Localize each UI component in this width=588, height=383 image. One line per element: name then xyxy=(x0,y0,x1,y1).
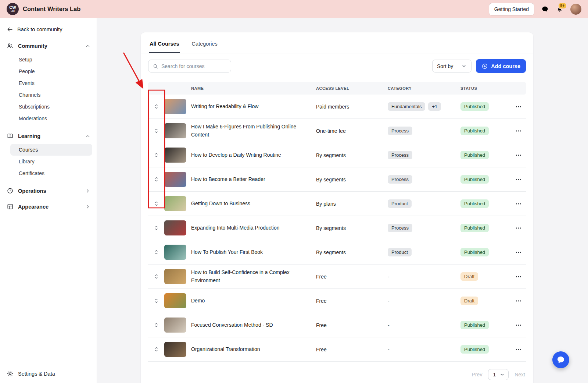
status-badge: Published xyxy=(460,224,489,232)
search-input-wrapper[interactable] xyxy=(148,60,231,72)
table-row[interactable]: How To Publish Your First BookBy segment… xyxy=(148,240,526,265)
category-empty: - xyxy=(388,347,390,352)
table-row[interactable]: How to Build Self-Confidence in a Comple… xyxy=(148,265,526,289)
category-cell: Fundamentals+1 xyxy=(388,102,460,111)
chevron-up-icon xyxy=(85,133,91,139)
column-header-category: CATEGORY xyxy=(388,86,460,91)
sidebar-item-courses[interactable]: Courses xyxy=(10,144,92,156)
row-menu-button[interactable] xyxy=(515,103,522,110)
course-name[interactable]: Focused Conversation Method - SD xyxy=(191,321,316,329)
table-row[interactable]: Writing for Readability & FlowPaid membe… xyxy=(148,95,526,119)
appearance-icon xyxy=(7,203,14,210)
drag-handle-icon[interactable] xyxy=(153,152,159,158)
sidebar-section-label: Operations xyxy=(18,188,46,194)
row-menu-button[interactable] xyxy=(515,200,522,208)
course-name[interactable]: Demo xyxy=(191,297,316,305)
course-name[interactable]: How to Build Self-Confidence in a Comple… xyxy=(191,269,316,284)
category-badge: Product xyxy=(388,199,412,208)
row-menu-button[interactable] xyxy=(515,273,522,280)
table-row[interactable]: Getting Down to BusinessBy plansProductP… xyxy=(148,192,526,216)
table-row[interactable]: DemoFree-Draft xyxy=(148,289,526,313)
chat-widget-button[interactable] xyxy=(552,351,569,368)
sidebar-section-appearance[interactable]: Appearance xyxy=(0,199,97,214)
row-menu-button[interactable] xyxy=(515,152,522,159)
drag-handle-icon[interactable] xyxy=(153,322,159,328)
drag-handle-icon[interactable] xyxy=(153,176,159,182)
course-name[interactable]: How I Make 6-Figures From Publishing Onl… xyxy=(191,123,316,139)
row-menu-button[interactable] xyxy=(515,346,522,353)
tab-categories[interactable]: Categories xyxy=(191,41,218,53)
course-name[interactable]: Organizational Transformation xyxy=(191,345,316,354)
tab-all-courses[interactable]: All Courses xyxy=(149,41,180,53)
course-name[interactable]: How to Become a Better Reader xyxy=(191,175,316,184)
chevron-right-icon xyxy=(85,188,91,194)
course-thumbnail xyxy=(164,318,186,333)
course-name[interactable]: Expanding Into Multi-Media Production xyxy=(191,224,316,232)
row-menu-button[interactable] xyxy=(515,224,522,232)
column-header-status: STATUS xyxy=(460,86,526,91)
table-row[interactable]: Expanding Into Multi-Media ProductionBy … xyxy=(148,216,526,240)
drag-handle-icon[interactable] xyxy=(153,249,159,255)
category-cell: - xyxy=(388,347,460,352)
row-menu-button[interactable] xyxy=(515,176,522,183)
back-to-community-link[interactable]: Back to community xyxy=(0,18,97,39)
table-row[interactable]: How to Become a Better ReaderBy segments… xyxy=(148,167,526,192)
drag-handle-icon[interactable] xyxy=(153,201,159,207)
course-name[interactable]: How To Publish Your First Book xyxy=(191,248,316,256)
course-thumbnail xyxy=(164,293,186,308)
drag-handle-icon[interactable] xyxy=(153,298,159,304)
row-menu-button[interactable] xyxy=(515,127,522,135)
table-row[interactable]: Focused Conversation Method - SDFree-Pub… xyxy=(148,313,526,337)
sidebar-item-certificates[interactable]: Certificates xyxy=(10,167,92,179)
sidebar-item-setup[interactable]: Setup xyxy=(10,54,92,65)
table-row[interactable]: Organizational TransformationFree-Publis… xyxy=(148,337,526,362)
courses-card: All CoursesCategories Sort by Add course xyxy=(141,32,533,383)
sidebar-section-operations[interactable]: Operations xyxy=(0,184,97,198)
sidebar-item-channels[interactable]: Channels xyxy=(10,89,92,101)
course-thumbnail xyxy=(164,196,186,211)
course-thumbnail xyxy=(164,148,186,163)
settings-and-data-link[interactable]: Settings & Data xyxy=(0,364,97,383)
sidebar-item-events[interactable]: Events xyxy=(10,77,92,89)
sidebar-section-label: Community xyxy=(18,43,47,49)
notifications-bell-icon[interactable]: 9+ xyxy=(556,5,564,13)
messages-icon[interactable] xyxy=(541,5,549,13)
sidebar-section-learning[interactable]: Learning xyxy=(0,129,97,143)
sidebar-item-library[interactable]: Library xyxy=(10,156,92,167)
table-row[interactable]: How to Develop a Daily Writing RoutineBy… xyxy=(148,143,526,167)
column-header-name: NAME xyxy=(191,86,316,91)
search-input[interactable] xyxy=(161,63,228,69)
row-menu-button[interactable] xyxy=(515,297,522,305)
sidebar-section-community[interactable]: Community xyxy=(0,39,97,53)
category-badge: Process xyxy=(388,224,412,232)
course-name[interactable]: Writing for Readability & Flow xyxy=(191,103,316,111)
table-row[interactable]: How I Make 6-Figures From Publishing Onl… xyxy=(148,119,526,143)
category-badge: Process xyxy=(388,151,412,159)
course-name[interactable]: How to Develop a Daily Writing Routine xyxy=(191,151,316,159)
sort-by-dropdown[interactable]: Sort by xyxy=(432,60,472,72)
drag-handle-icon[interactable] xyxy=(153,273,159,280)
drag-handle-icon[interactable] xyxy=(153,346,159,352)
category-empty: - xyxy=(388,274,390,280)
prev-page-button[interactable]: Prev xyxy=(472,372,483,377)
course-name[interactable]: Getting Down to Business xyxy=(191,200,316,208)
user-avatar[interactable] xyxy=(570,4,581,15)
page-select[interactable]: 1 xyxy=(488,369,509,380)
sidebar-item-people[interactable]: People xyxy=(10,65,92,77)
sidebar-item-subscriptions[interactable]: Subscriptions xyxy=(10,101,92,113)
getting-started-button[interactable]: Getting Started xyxy=(489,3,534,15)
status-badge: Published xyxy=(460,127,489,135)
sidebar-section-label: Learning xyxy=(18,133,40,139)
next-page-button[interactable]: Next xyxy=(514,372,525,377)
community-logo[interactable]: CW Lab xyxy=(7,3,19,15)
row-menu-button[interactable] xyxy=(515,249,522,256)
course-thumbnail xyxy=(164,123,186,138)
page-title: Content Writers Lab xyxy=(23,6,80,13)
sidebar-nav: CommunitySetupPeopleEventsChannelsSubscr… xyxy=(0,39,97,215)
add-course-button[interactable]: Add course xyxy=(476,59,526,73)
row-menu-button[interactable] xyxy=(515,322,522,329)
drag-handle-icon[interactable] xyxy=(153,225,159,231)
sidebar-item-moderations[interactable]: Moderations xyxy=(10,113,92,124)
drag-handle-icon[interactable] xyxy=(153,103,159,110)
drag-handle-icon[interactable] xyxy=(153,128,159,134)
